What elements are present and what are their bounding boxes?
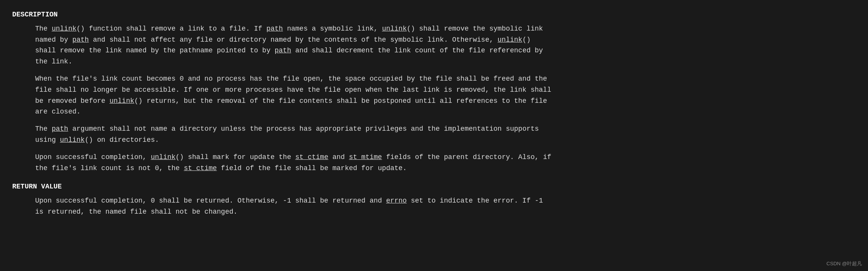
p1-text-7: () [522,36,531,44]
p4-stctime-1: st_ctime [295,153,328,161]
p1-path-3: path [275,47,291,54]
p4-stctime-2: st_ctime [184,164,217,172]
p1-text-1: The [35,25,52,32]
return-value-section: RETURN VALUE Upon successful completion,… [12,181,856,217]
p1-text-9: and shall decrement the link count of th… [291,47,543,54]
p1-path-2: path [72,36,89,44]
p1-text-2: () function shall remove a link to a fil… [76,25,266,32]
p4-text-4: fields of the parent directory. Also, if [382,153,551,161]
p4-stmtime-1: st_mtime [349,153,382,161]
p2-text-3: be removed before [35,97,109,105]
p1-text-3: names a symbolic link, [283,25,382,32]
p3-text-4: () on directories. [85,136,159,144]
p4-text-1: Upon successful completion, [35,153,151,161]
p3-text-2: argument shall not name a directory unle… [68,125,539,133]
p2-text-2: file shall no longer be accessible. If o… [35,86,551,94]
p4-unlink-1: unlink [151,153,175,161]
p3-unlink-1: unlink [60,136,85,144]
description-paragraph-4: Upon successful completion, unlink() sha… [35,152,856,174]
description-section: DESCRIPTION The unlink() function shall … [12,9,856,174]
p2-text-5: are closed. [35,108,81,115]
watermark: CSDN @叶超凡 [826,260,862,268]
description-paragraph-3: The path argument shall not name a direc… [35,123,856,146]
p1-text-4: () shall remove the symbolic link [407,25,543,32]
description-paragraph-2: When the file's link count becomes 0 and… [35,73,856,117]
p2-unlink-1: unlink [109,97,134,105]
return-value-paragraph-1: Upon successful completion, 0 shall be r… [35,195,856,217]
rv1-text-1: Upon successful completion, 0 shall be r… [35,197,386,204]
p1-path-1: path [266,25,283,32]
p4-text-6: field of the file shall be marked for up… [217,164,407,172]
p3-text-1: The [35,125,52,133]
p4-text-5: the file's link count is not 0, the [35,164,184,172]
p3-path-1: path [52,125,68,133]
return-value-header: RETURN VALUE [12,181,856,192]
p1-text-6: and shall not affect any file or directo… [89,36,497,44]
p4-text-3: and [328,153,349,161]
rv1-errno: errno [386,197,407,204]
p3-text-3: using [35,136,60,144]
p1-text-8: shall remove the link named by the pathn… [35,47,275,54]
p1-text-5: named by [35,36,72,44]
p1-unlink-2: unlink [382,25,407,32]
p2-text-4: () returns, but the removal of the file … [134,97,547,105]
rv1-text-2: set to indicate the error. If -1 [407,197,543,204]
rv1-text-3: is returned, the named file shall not be… [35,208,237,216]
description-paragraph-1: The unlink() function shall remove a lin… [35,23,856,67]
p1-unlink-3: unlink [498,36,522,44]
p1-text-10: the link. [35,58,72,65]
description-content: The unlink() function shall remove a lin… [35,23,856,174]
description-header: DESCRIPTION [12,9,856,20]
return-value-content: Upon successful completion, 0 shall be r… [35,195,856,217]
p2-text-1: When the file's link count becomes 0 and… [35,75,547,83]
p1-unlink-1: unlink [52,25,76,32]
p4-text-2: () shall mark for update the [175,153,295,161]
